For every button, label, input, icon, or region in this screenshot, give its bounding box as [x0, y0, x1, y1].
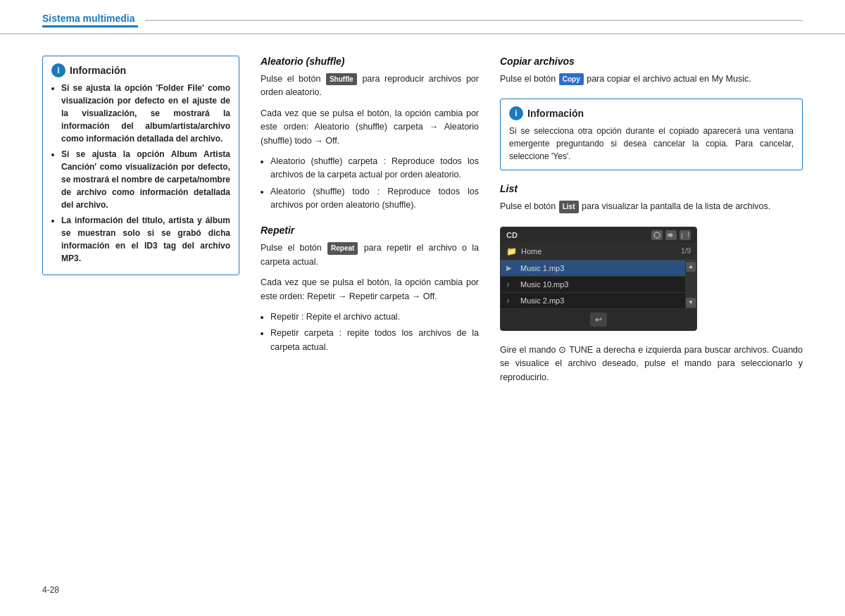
repeat-bullet-2: Repetir carpeta : repite todos los archi… [270, 327, 479, 354]
info-box-header-left: i Información [51, 63, 230, 77]
cd-file-row-2: ♪ Music 2.mp3 [501, 293, 696, 309]
info-icon-right: i [509, 106, 523, 120]
cd-folder-icon: 📁 [506, 246, 517, 256]
repeat-bullet-list: Repetir : Repite el archivo actual. Repe… [261, 310, 479, 354]
cd-icon-arrows [665, 230, 677, 240]
list-title: List [500, 183, 803, 194]
cd-file-icon-1: ♪ [506, 280, 516, 288]
copy-text: Pulse el botón Copy para copiar el archi… [500, 73, 803, 86]
repeat-title: Repetir [261, 225, 479, 236]
shuffle-bullet-2: Aleatorio (shuffle) todo : Reproduce tod… [270, 185, 479, 213]
cd-file-name-0: Music 1.mp3 [520, 264, 564, 272]
copy-title: Copiar archivos [500, 56, 803, 67]
header-divider [145, 20, 803, 21]
info-icon-left: i [51, 63, 65, 77]
page-number: 4-28 [42, 585, 59, 595]
cd-file-icon-0: ▶ [506, 264, 516, 272]
repeat-button-badge: Repeat [327, 242, 358, 255]
repeat-section: Repetir Pulse el botón Repeat para repet… [261, 225, 479, 354]
shuffle-text-2: Cada vez que se pulsa el botón, la opció… [261, 107, 479, 148]
cd-back-row: ↩ [501, 309, 696, 330]
cd-file-row-1: ♪ Music 10.mp3 [501, 277, 696, 293]
cd-label: CD [506, 231, 518, 239]
right-column: Copiar archivos Pulse el botón Copy para… [500, 56, 803, 594]
main-content: i Información Si se ajusta la opción 'Fo… [0, 34, 845, 608]
cd-files-area: ▶ Music 1.mp3 ♪ Music 10.mp3 ♪ Music 2.m… [501, 260, 696, 309]
cd-back-button[interactable]: ↩ [590, 313, 607, 327]
cd-icon-repeat [680, 230, 691, 240]
info-box-title-left: Información [70, 65, 126, 76]
info-item-3: La información del título, artista y álb… [61, 214, 230, 265]
list-button-badge: List [559, 201, 579, 213]
mid-column: Aleatorio (shuffle) Pulse el botón Shuff… [261, 56, 479, 594]
cd-scrollbar[interactable]: ▲ ▼ [685, 260, 696, 309]
cd-file-icon-2: ♪ [506, 296, 516, 304]
cd-file-name-2: Music 2.mp3 [520, 296, 564, 305]
cd-top-icons [651, 230, 691, 240]
info-box-header-right: i Información [509, 106, 794, 120]
info-item-2: Si se ajusta la opción Album Artista Can… [61, 148, 230, 211]
tune-text: Gire el mando ⊙ TUNE a derecha e izquier… [500, 344, 803, 384]
shuffle-section: Aleatorio (shuffle) Pulse el botón Shuff… [261, 56, 479, 212]
left-column: i Información Si se ajusta la opción 'Fo… [42, 56, 239, 594]
info-box-left: i Información Si se ajusta la opción 'Fo… [42, 56, 239, 275]
cd-scroll-down[interactable]: ▼ [686, 298, 696, 308]
copy-button-badge: Copy [559, 73, 584, 86]
shuffle-bullet-1: Aleatorio (shuffle) carpeta : Reproduce … [270, 155, 479, 182]
repeat-text-2: Cada vez que se pulsa el botón, la opció… [261, 276, 479, 303]
cd-folder-num: 1/9 [681, 247, 691, 255]
info-box-right: i Información Si se selecciona otra opci… [500, 99, 803, 170]
cd-file-name-1: Music 10.mp3 [520, 280, 568, 289]
repeat-text-1: Pulse el botón Repeat para repetir el ar… [261, 241, 479, 269]
cd-file-row-0: ▶ Music 1.mp3 [501, 260, 696, 277]
cd-icon-circle [651, 230, 663, 240]
repeat-bullet-1: Repetir : Repite el archivo actual. [270, 310, 479, 324]
page-header: Sistema multimedia [0, 0, 845, 34]
list-text: Pulse el botón List para visualizar la p… [500, 200, 803, 213]
shuffle-title: Aleatorio (shuffle) [261, 56, 479, 67]
shuffle-button-badge: Shuffle [326, 73, 357, 86]
info-item-1: Si se ajusta la opción 'Folder File' com… [61, 82, 230, 145]
cd-player-screenshot: CD 📁 Home 1/9 [500, 227, 697, 331]
svg-point-0 [654, 232, 660, 238]
header-title: Sistema multimedia [42, 13, 138, 27]
shuffle-text-1: Pulse el botón Shuffle para reproducir a… [261, 73, 479, 100]
cd-scroll-up[interactable]: ▲ [686, 262, 696, 272]
info-box-content-right: Si se selecciona otra opción durante el … [509, 125, 794, 163]
cd-folder-name: Home [521, 247, 681, 256]
cd-folder-row: 📁 Home 1/9 [501, 243, 696, 260]
cd-top-bar: CD [501, 227, 696, 243]
info-box-content-left: Si se ajusta la opción 'Folder File' com… [51, 82, 230, 265]
copy-section: Copiar archivos Pulse el botón Copy para… [500, 56, 803, 86]
list-section: List Pulse el botón List para visualizar… [500, 183, 803, 213]
info-list-left: Si se ajusta la opción 'Folder File' com… [51, 82, 230, 265]
info-box-title-right: Información [527, 108, 584, 119]
shuffle-bullet-list: Aleatorio (shuffle) carpeta : Reproduce … [261, 155, 479, 213]
